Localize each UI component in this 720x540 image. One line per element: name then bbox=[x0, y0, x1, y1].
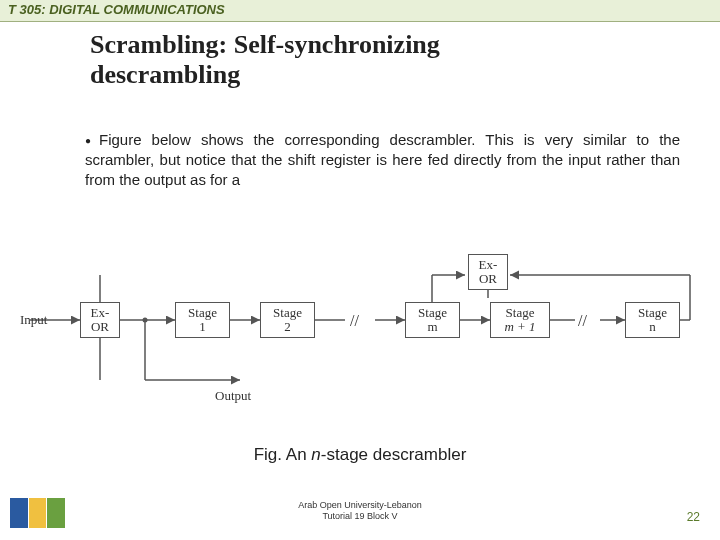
bullet-content: Figure below shows the corresponding des… bbox=[85, 131, 680, 189]
stage-m1-line2: m + 1 bbox=[504, 320, 535, 334]
input-label: Input bbox=[20, 312, 47, 328]
title-line-1: Scrambling: Self-synchronizing bbox=[90, 30, 440, 59]
figure-caption: Fig. An n-stage descrambler bbox=[0, 445, 720, 465]
stage-1-block: Stage 1 bbox=[175, 302, 230, 338]
caption-n: n bbox=[311, 445, 320, 464]
descrambler-diagram: Input Ex- OR Ex- OR Stage 1 Stage 2 // S… bbox=[20, 250, 700, 420]
stage-2-block: Stage 2 bbox=[260, 302, 315, 338]
stage-m1-block: Stage m + 1 bbox=[490, 302, 550, 338]
stage-n-block: Stage n bbox=[625, 302, 680, 338]
break-1: // bbox=[350, 312, 359, 330]
slide-title: Scrambling: Self-synchronizing descrambl… bbox=[90, 30, 720, 90]
bullet-icon: ● bbox=[85, 135, 97, 146]
footer-text: Arab Open University-Lebanon Tutorial 19… bbox=[0, 500, 720, 522]
stage-m-block: Stage m bbox=[405, 302, 460, 338]
exor-top-block: Ex- OR bbox=[468, 254, 508, 290]
stage-m1-line1: Stage bbox=[504, 306, 535, 320]
diagram-final bbox=[20, 250, 700, 420]
break-2: // bbox=[578, 312, 587, 330]
caption-suffix: -stage descrambler bbox=[321, 445, 467, 464]
caption-prefix: Fig. An bbox=[254, 445, 312, 464]
body-paragraph: ●Figure below shows the corresponding de… bbox=[85, 130, 680, 191]
title-line-2: descrambling bbox=[90, 60, 240, 89]
output-label: Output bbox=[215, 388, 251, 404]
page-number: 22 bbox=[687, 510, 700, 524]
course-header: T 305: DIGITAL COMMUNICATIONS bbox=[0, 0, 720, 22]
footer-line-2: Tutorial 19 Block V bbox=[322, 511, 397, 521]
footer-line-1: Arab Open University-Lebanon bbox=[298, 500, 422, 510]
exor-left-block: Ex- OR bbox=[80, 302, 120, 338]
